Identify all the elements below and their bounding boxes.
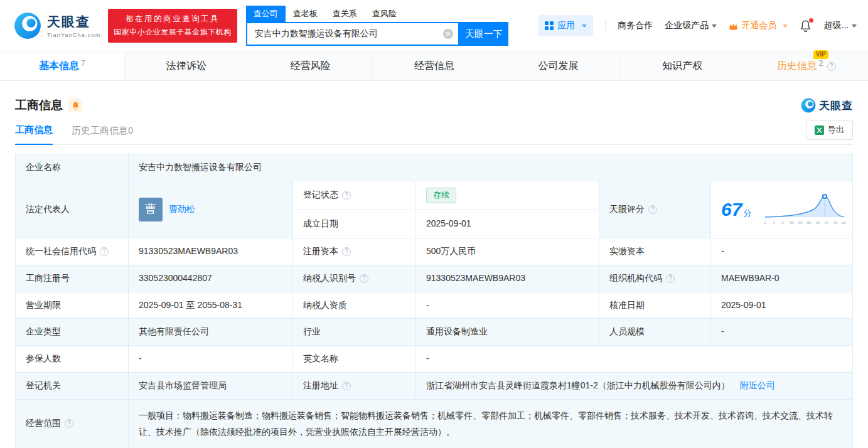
- section-tabs: 工商信息 历史工商信息0 导出: [15, 121, 853, 145]
- search-tabs: 查公司 查老板 查关系 查风险: [246, 6, 508, 22]
- excel-icon: [815, 125, 824, 135]
- user-menu-label: 超级...: [823, 20, 849, 31]
- help-icon[interactable]: [827, 62, 836, 71]
- section-header: 工商信息 天眼查: [15, 97, 853, 114]
- table-row: 统一社会信用代码 91330523MAEWB9AR03 注册资本 500万人民币…: [16, 238, 852, 265]
- help-icon[interactable]: [65, 419, 73, 428]
- business-cooperation-link[interactable]: 商务合作: [618, 20, 653, 31]
- svg-text:93: 93: [816, 221, 820, 225]
- field-value-company-type: 其他有限责任公司: [129, 319, 293, 346]
- field-label-reg-capital: 注册资本: [293, 238, 416, 265]
- header-menu: 应用 商务合作 企业级产品 开通会员 超级...: [538, 15, 857, 36]
- chevron-down-icon: [783, 24, 788, 28]
- table-row: 经营范围 一般项目：物料搬运装备制造；物料搬运装备销售；智能物料搬运装备销售；机…: [16, 400, 852, 448]
- company-nav-tabs: 基本信息 7 法律诉讼 经营风险 经营信息 公司发展 知识产权 历史信息 VIP…: [0, 51, 868, 81]
- notification-bell-icon[interactable]: [800, 19, 812, 32]
- tab-basic-info[interactable]: 基本信息 7: [0, 52, 124, 80]
- tab-intellectual-property[interactable]: 知识产权: [620, 52, 744, 80]
- business-cooperation-label: 商务合作: [618, 20, 653, 31]
- tab-legal-litigation[interactable]: 法律诉讼: [124, 52, 249, 80]
- help-icon[interactable]: [100, 247, 109, 256]
- watermark-brand-text: 天眼查: [819, 99, 853, 113]
- field-label-business-scope: 经营范围: [16, 400, 129, 448]
- crown-icon: [729, 22, 738, 30]
- section-title: 工商信息: [15, 97, 63, 114]
- vip-upgrade-label: 开通会员: [741, 20, 776, 31]
- search-button[interactable]: 天眼一下: [459, 22, 508, 46]
- brand-name: 天眼查: [47, 13, 100, 31]
- promo-line2: 国家中小企业发展子基金旗下机构: [114, 26, 232, 39]
- table-row: 企业名称 安吉中力数智搬运设备有限公司: [16, 154, 852, 181]
- field-value-insured-count: -: [129, 346, 293, 373]
- status-badge: 存续: [426, 188, 456, 203]
- search-tab-company[interactable]: 查公司: [246, 6, 286, 22]
- help-icon[interactable]: [342, 381, 351, 390]
- field-value-credit-code: 91330523MAEWB9AR03: [129, 238, 293, 265]
- table-row: 登记机关 安吉县市场监督管理局 注册地址 浙江省湖州市安吉县灵峰街道霞泉村1幢0…: [16, 373, 852, 400]
- tab-label: 公司发展: [538, 60, 579, 73]
- tab-label: 基本信息: [39, 60, 79, 73]
- help-icon[interactable]: [648, 205, 657, 214]
- field-value-taxpayer-id: 91330523MAEWB9AR03: [416, 265, 599, 292]
- tab-business-registration[interactable]: 工商信息: [15, 124, 53, 145]
- field-value-approval-date: 2025-09-01: [711, 292, 852, 319]
- field-label-establish-date: 成立日期: [293, 210, 416, 239]
- legal-rep-link[interactable]: 曹劲松: [169, 203, 195, 216]
- tab-business-info[interactable]: 经营信息: [372, 52, 496, 80]
- field-label-legal-rep: 法定代表人: [16, 181, 129, 239]
- field-label-industry: 行业: [293, 319, 416, 346]
- tianyancha-watermark-logo: 天眼查: [801, 98, 853, 113]
- user-menu[interactable]: 超级...: [823, 20, 857, 31]
- tab-label: 经营风险: [290, 60, 330, 73]
- field-label-reg-address: 注册地址: [293, 373, 416, 400]
- business-info-table: 企业名称 安吉中力数智搬运设备有限公司 法定代表人 曹 曹劲松 登记状态 存续 …: [15, 154, 853, 448]
- search-tab-boss[interactable]: 查老板: [286, 6, 325, 22]
- notification-dot: [809, 18, 813, 23]
- table-row: 企业类型 其他有限责任公司 行业 通用设备制造业 人员规模 -: [16, 319, 852, 346]
- field-label-business-term: 营业期限: [16, 292, 129, 319]
- field-label-approval-date: 核准日期: [599, 292, 711, 319]
- svg-text:3: 3: [781, 221, 784, 225]
- tab-company-development[interactable]: 公司发展: [496, 52, 620, 80]
- table-row: 法定代表人 曹 曹劲松 登记状态 存续 成立日期 2025-09-01 天眼评分…: [16, 181, 852, 239]
- enterprise-products-menu[interactable]: 企业级产品: [665, 20, 717, 31]
- svg-text:15: 15: [790, 221, 794, 225]
- search-tab-relation[interactable]: 查关系: [325, 6, 365, 22]
- field-value-reg-status: 存续: [416, 181, 599, 210]
- field-label-reg-status: 登记状态: [293, 181, 416, 210]
- table-row: 营业期限 2025-09-01 至 2055-08-31 纳税人资质 - 核准日…: [16, 292, 852, 319]
- apps-menu[interactable]: 应用: [538, 15, 593, 36]
- monitor-bell-icon[interactable]: [68, 99, 82, 112]
- help-icon[interactable]: [342, 247, 351, 256]
- nearby-companies-link[interactable]: 附近公司: [740, 379, 775, 393]
- search-box: [246, 22, 459, 46]
- field-value-reg-authority: 安吉县市场监督管理局: [129, 373, 293, 400]
- field-label-taxpayer-id: 纳税人识别号: [293, 265, 416, 292]
- svg-text:1: 1: [773, 221, 775, 225]
- tab-business-risk[interactable]: 经营风险: [248, 52, 372, 80]
- search-tab-risk[interactable]: 查风险: [365, 6, 404, 22]
- table-row: 参保人数 - 英文名称 -: [16, 346, 852, 373]
- apps-label: 应用: [557, 20, 575, 31]
- chevron-down-icon: [712, 24, 717, 28]
- tab-history-business-registration[interactable]: 历史工商信息0: [72, 125, 133, 144]
- field-value-paid-capital: -: [711, 238, 852, 265]
- field-label-score: 天眼评分: [599, 181, 711, 239]
- clear-search-icon[interactable]: [443, 29, 453, 39]
- export-button[interactable]: 导出: [806, 120, 853, 140]
- help-icon[interactable]: [360, 274, 368, 283]
- legal-rep-avatar[interactable]: 曹: [139, 198, 163, 221]
- svg-text:99: 99: [833, 221, 838, 225]
- tab-history-info[interactable]: 历史信息 VIP 2: [744, 52, 868, 80]
- help-icon[interactable]: [666, 274, 675, 283]
- field-value-company-name: 安吉中力数智搬运设备有限公司: [129, 154, 852, 181]
- tianyancha-logo-icon: [801, 98, 816, 113]
- search-input[interactable]: [254, 28, 443, 40]
- vip-upgrade-link[interactable]: 开通会员: [729, 20, 788, 31]
- chevron-down-icon: [852, 24, 857, 28]
- field-value-staff-size: -: [711, 319, 852, 346]
- chevron-down-icon: [582, 24, 587, 28]
- field-label-company-type: 企业类型: [16, 319, 129, 346]
- tianyancha-logo[interactable]: 天眼查 TianYanCha.com: [14, 12, 100, 40]
- help-icon[interactable]: [342, 191, 351, 200]
